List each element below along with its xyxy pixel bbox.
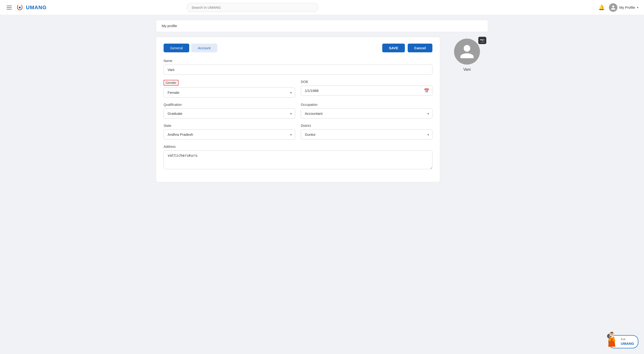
logo-container: UMANG <box>16 3 46 12</box>
name-field-group: Name <box>164 59 432 75</box>
district-field-group: District Guntur Vijayawada Visakhapatnam… <box>301 124 432 139</box>
tab-general[interactable]: General <box>164 44 189 52</box>
district-select-wrapper: Guntur Vijayawada Visakhapatnam Tirupati… <box>301 129 432 139</box>
search-container <box>187 3 318 12</box>
ask-umang-widget[interactable]: − Ask UMANG <box>608 335 638 348</box>
tabs-left: General Account <box>164 44 217 52</box>
gender-dob-row: Gender Female Male Other ▾ DOB 📅 <box>164 80 432 98</box>
state-district-row: State Andhra Pradesh Maharashtra Karnata… <box>164 124 432 139</box>
umang-character-illustration <box>605 331 619 348</box>
address-field-group: Address vatticherukuru <box>164 145 432 170</box>
ask-umang-text: Ask UMANG <box>621 337 634 346</box>
svg-point-4 <box>612 333 612 334</box>
dob-date-wrapper: 📅 <box>301 86 432 96</box>
header-right: 🔔 My Profile ▾ <box>598 3 638 12</box>
tabs-row: General Account SAVE Cancel <box>164 44 432 52</box>
occupation-label: Occupation <box>301 103 432 107</box>
district-label: District <box>301 124 432 127</box>
state-select-wrapper: Andhra Pradesh Maharashtra Karnataka Tam… <box>164 129 295 139</box>
qualification-select[interactable]: Graduate Post Graduate Under Graduate Ot… <box>164 108 295 119</box>
dob-input[interactable] <box>301 86 432 96</box>
main-content: My profile General Account SAVE Cancel N… <box>150 15 494 187</box>
camera-button[interactable]: 📷 <box>478 37 486 44</box>
gender-field-group: Gender Female Male Other ▾ <box>164 80 295 98</box>
dob-field-group: DOB 📅 <box>301 80 432 98</box>
occupation-select-wrapper: Accountant Engineer Doctor Teacher Other… <box>301 108 432 119</box>
profile-chevron-icon: ▾ <box>637 6 638 9</box>
breadcrumb-card: My profile <box>156 20 488 32</box>
state-field-group: State Andhra Pradesh Maharashtra Karnata… <box>164 124 295 139</box>
name-label: Name <box>164 59 432 63</box>
svg-point-5 <box>611 333 611 334</box>
notification-bell-icon[interactable]: 🔔 <box>598 5 605 11</box>
cancel-button[interactable]: Cancel <box>408 44 432 52</box>
occupation-field-group: Occupation Accountant Engineer Doctor Te… <box>301 103 432 119</box>
name-input[interactable] <box>164 65 432 75</box>
district-select[interactable]: Guntur Vijayawada Visakhapatnam Tirupati <box>301 129 432 139</box>
header-left: UMANG <box>6 3 46 12</box>
header: UMANG 🔔 My Profile ▾ <box>0 0 644 15</box>
profile-sidebar: 📷 Vani <box>446 37 488 72</box>
header-avatar-icon <box>609 3 618 12</box>
address-textarea[interactable]: vatticherukuru <box>164 150 432 169</box>
qualification-label: Qualification <box>164 103 295 107</box>
occupation-select[interactable]: Accountant Engineer Doctor Teacher Other <box>301 108 432 119</box>
profile-name-label: My Profile <box>619 6 635 10</box>
qualification-field-group: Qualification Graduate Post Graduate Und… <box>164 103 295 119</box>
profile-section[interactable]: My Profile ▾ <box>609 3 638 12</box>
sidebar-user-name: Vani <box>464 67 471 72</box>
camera-icon: 📷 <box>480 38 485 42</box>
dob-label: DOB <box>301 80 432 84</box>
gender-select-wrapper: Female Male Other ▾ <box>164 87 295 98</box>
svg-point-6 <box>612 333 613 334</box>
state-label: State <box>164 124 295 127</box>
gender-label: Gender <box>164 80 178 86</box>
svg-point-1 <box>19 7 21 9</box>
profile-layout: General Account SAVE Cancel Name Gender <box>156 37 488 182</box>
gender-select[interactable]: Female Male Other <box>164 87 295 98</box>
form-card: General Account SAVE Cancel Name Gender <box>156 37 440 182</box>
qualification-occupation-row: Qualification Graduate Post Graduate Und… <box>164 103 432 119</box>
tabs-right: SAVE Cancel <box>382 44 432 52</box>
avatar-circle <box>454 39 480 65</box>
ask-umang-bubble[interactable]: − Ask UMANG <box>608 335 638 348</box>
logo-text: UMANG <box>26 5 46 11</box>
umang-logo-icon <box>16 3 24 12</box>
search-input[interactable] <box>187 3 318 12</box>
address-label: Address <box>164 145 432 148</box>
state-select[interactable]: Andhra Pradesh Maharashtra Karnataka Tam… <box>164 129 295 139</box>
hamburger-menu-icon[interactable] <box>6 5 13 10</box>
umang-label: UMANG <box>621 341 634 346</box>
qualification-select-wrapper: Graduate Post Graduate Under Graduate Ot… <box>164 108 295 119</box>
breadcrumb-text: My profile <box>162 24 177 28</box>
ask-label: Ask <box>621 337 634 341</box>
avatar-person-icon <box>459 43 475 60</box>
save-button[interactable]: SAVE <box>382 44 405 52</box>
tab-account[interactable]: Account <box>191 44 217 52</box>
